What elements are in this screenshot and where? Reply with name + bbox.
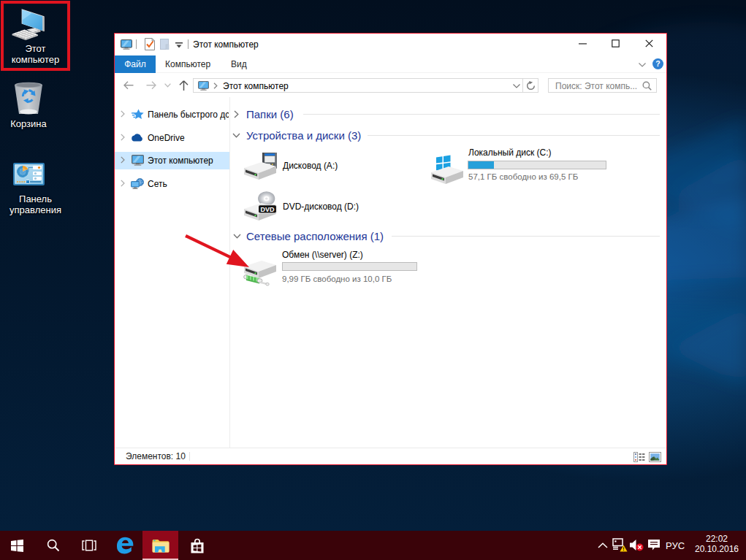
svg-text:DVD: DVD [260,206,275,213]
svg-text:?: ? [655,59,660,68]
